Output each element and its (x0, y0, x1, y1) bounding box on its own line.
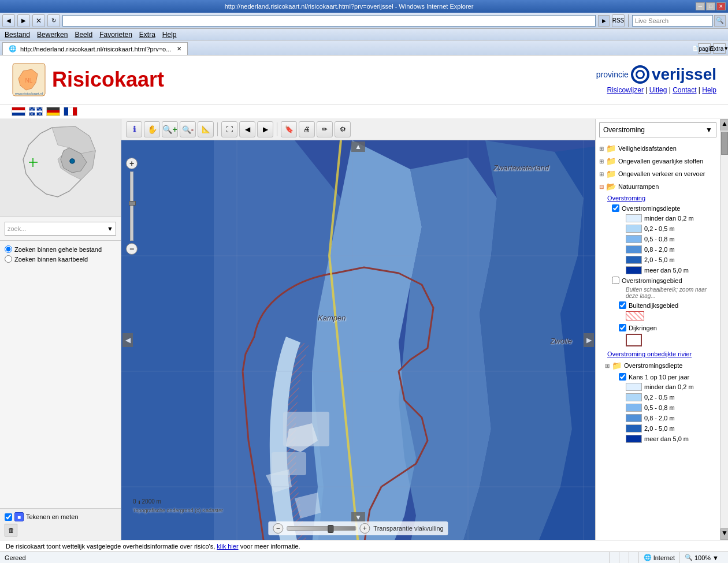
overstromingsdiepte-check-item[interactable]: Overstromingsdiepte (596, 203, 720, 213)
radio-gehele-input[interactable] (5, 245, 12, 253)
tool-info[interactable]: ℹ (126, 121, 142, 137)
tool-zoom-out[interactable]: 🔍- (180, 121, 196, 137)
nav-contact[interactable]: Contact (673, 86, 696, 94)
menu-help[interactable]: Help (162, 31, 177, 39)
tab-close-icon[interactable]: ✕ (177, 46, 181, 52)
buitendijks-swatch-row (596, 310, 720, 323)
buitendijks-checkbox[interactable] (619, 301, 626, 309)
legend-ongevallen-verkeer[interactable]: ⊞ 📁 Ongevallen verkeer en vervoer (596, 167, 720, 180)
search-dropdown[interactable]: zoek... ▼ (5, 222, 116, 236)
back-browser-btn[interactable]: ◀ (2, 14, 15, 27)
zoom-dropdown-icon[interactable]: ▼ (712, 554, 719, 561)
transparency-thumb[interactable] (328, 525, 333, 533)
stop-btn[interactable]: ✕ (32, 14, 45, 27)
onbedijkt-link-item[interactable]: Overstroming onbedijkte rivier (596, 349, 720, 359)
zoom-minus-btn[interactable]: − (126, 243, 138, 255)
legend-ongevallen-gevaarlijk[interactable]: ⊞ 📁 Ongevallen gevaarlijke stoffen (596, 155, 720, 167)
go-btn[interactable]: ▶ (598, 15, 610, 27)
legend-veiligheidsafstanden[interactable]: ⊞ 📁 Veiligheidsafstanden (596, 142, 720, 155)
address-bar[interactable]: http://nederland.risicokaart.nl/risicoka… (62, 15, 596, 27)
tool-draw[interactable]: ✏ (317, 121, 333, 137)
tool-zoom-in[interactable]: 🔍+ (162, 121, 178, 137)
tool-print[interactable]: 🖨 (299, 121, 315, 137)
menu-bestand[interactable]: Bestand (5, 31, 30, 39)
active-tab[interactable]: 🌐 http://nederland.risicokaart.nl/risico… (2, 42, 188, 55)
tool-sep-1 (217, 122, 218, 136)
trash-btn[interactable]: 🗑 (5, 524, 17, 536)
map-nav-right[interactable]: ▶ (584, 333, 594, 347)
map-nav-left[interactable]: ◀ (122, 333, 133, 347)
radio-kaart-input[interactable] (5, 255, 12, 263)
scrollbar-track[interactable]: ▲ ▼ (720, 119, 728, 540)
forward-browser-btn[interactable]: ▶ (17, 14, 30, 27)
restore-btn[interactable]: □ (706, 2, 715, 10)
tekenen-color-icon: ■ (17, 514, 21, 520)
flag-de[interactable] (46, 107, 60, 116)
zoom-slider-thumb[interactable] (129, 201, 136, 206)
overstromingsdiepte2-folder[interactable]: ⊞ 📁 Overstromingsdiepte (596, 359, 720, 372)
scroll-down-btn[interactable]: ▼ (720, 528, 728, 540)
refresh-btn[interactable]: ↻ (47, 14, 60, 27)
rss-btn[interactable]: RSS (612, 14, 625, 27)
map-copyright: Topografische ondergrond (c) Kadaster (133, 508, 223, 513)
radio-gehele-bestand[interactable]: Zoeken binnen gehele bestand (5, 245, 116, 253)
onbedijkt-link[interactable]: Overstroming onbedijkte rivier (607, 351, 692, 357)
transparency-plus[interactable]: + (359, 523, 370, 534)
close-btn[interactable]: ✕ (716, 2, 726, 10)
nav-uitleg[interactable]: Uitleg (649, 86, 667, 94)
flag-en[interactable] (29, 107, 43, 116)
tool-full-extent[interactable]: ⛶ (221, 121, 237, 137)
extra-tab-btn[interactable]: Extra ▼ (713, 43, 726, 54)
overstroming-link[interactable]: Overstroming (607, 195, 645, 202)
depth2-1-row: minder dan 0,2 m (596, 382, 720, 392)
dijkringen-checkbox[interactable] (619, 324, 626, 331)
nav-help[interactable]: Help (702, 86, 716, 94)
tool-measure[interactable]: 📐 (198, 121, 214, 137)
search-go-btn[interactable]: 🔍 (714, 15, 726, 27)
menu-favorieten[interactable]: Favorieten (99, 31, 132, 39)
tekenen-checkbox[interactable] (5, 513, 12, 521)
search-input[interactable] (632, 15, 713, 27)
tool-back[interactable]: ◀ (239, 121, 255, 137)
menu-bewerken[interactable]: Bewerken (37, 31, 68, 39)
kans-checkbox[interactable] (619, 373, 626, 381)
minimap[interactable] (0, 119, 121, 217)
internet-icon: 🌐 (644, 554, 652, 561)
menu-beeld[interactable]: Beeld (75, 31, 92, 39)
scroll-up-btn[interactable]: ▲ (720, 119, 728, 131)
nav-risicowijzer[interactable]: Risicowijzer (607, 86, 644, 94)
buitendijks-check-item[interactable]: Buitendijksgebied (596, 300, 720, 310)
overstromingsgebied-check-item[interactable]: Overstromingsgebied (596, 275, 720, 285)
radio-kaartbeeld[interactable]: Zoeken binnen kaartbeeld (5, 255, 116, 263)
folder-label-3: Ongevallen verkeer en vervoer (618, 170, 705, 177)
map-container[interactable]: Zwartewaterland Kampen Zwolle ▲ ◀ ▶ ▼ + … (121, 140, 595, 540)
legend-scroll[interactable]: ⊞ 📁 Veiligheidsafstanden ⊞ 📁 Ongevallen … (596, 141, 720, 540)
layer-dropdown[interactable]: Overstroming ▼ (599, 122, 716, 137)
zoom-plus-btn[interactable]: + (126, 158, 138, 169)
overstromingsgebied-checkbox[interactable] (612, 277, 619, 284)
zoom-slider-track[interactable] (130, 171, 133, 241)
klik-hier-link[interactable]: klik hier (217, 543, 238, 550)
tekenen-color-btn[interactable]: ■ (14, 512, 24, 521)
tool-pan[interactable]: ✋ (144, 121, 160, 137)
transparency-slider[interactable] (287, 526, 356, 531)
flag-nl[interactable] (12, 107, 25, 116)
flag-fr[interactable] (64, 107, 77, 116)
status-empty-1 (609, 552, 619, 563)
overstromingsdiepte-checkbox[interactable] (612, 204, 619, 212)
tool-forward[interactable]: ▶ (257, 121, 273, 137)
legend-natuurrampen[interactable]: ⊟ 📂 Natuurrampen (596, 180, 720, 193)
menu-extra[interactable]: Extra (139, 31, 155, 39)
svg-text:www.risicokaart.nl: www.risicokaart.nl (14, 92, 43, 95)
transparency-minus[interactable]: − (273, 523, 283, 534)
overstroming-link-item[interactable]: Overstroming (596, 193, 720, 203)
tool-settings[interactable]: ⚙ (335, 121, 351, 137)
address-input[interactable]: http://nederland.risicokaart.nl/risicoka… (65, 17, 593, 24)
minimize-btn[interactable]: ─ (696, 2, 705, 10)
pagina-btn[interactable]: 📄 pagina (698, 43, 711, 54)
dijkringen-check-item[interactable]: Dijkringen (596, 323, 720, 333)
map-nav-top[interactable]: ▲ (351, 141, 365, 152)
scroll-thumb[interactable] (721, 132, 728, 155)
tool-bookmark[interactable]: 🔖 (281, 121, 297, 137)
kans-check-item[interactable]: Kans 1 op 10 per jaar (596, 372, 720, 382)
